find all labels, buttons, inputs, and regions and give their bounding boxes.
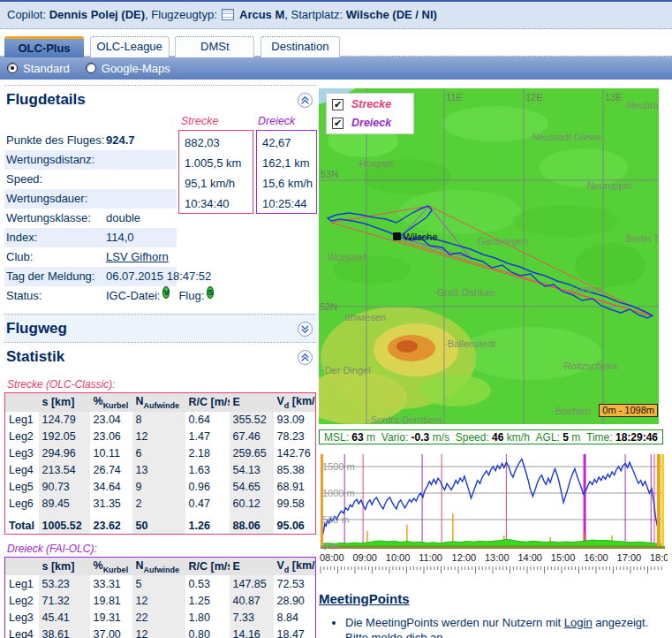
elevation-scale-badge: 0m - 1098m xyxy=(599,404,658,417)
olc-classic-caption: Strecke (OLC-Classic): xyxy=(7,378,316,391)
detail-label: Status: xyxy=(4,286,106,306)
table-header-row: s [km] %Kurbel NAufwinde R/C [m/s] E Vd … xyxy=(5,557,316,575)
dreieck-checkbox-row[interactable]: ✔ Dreieck xyxy=(332,117,408,129)
strecke-checkbox[interactable]: ✔ xyxy=(332,99,344,110)
map-view-toolbar: Standard Google-Maps xyxy=(0,57,672,80)
tab-olc-league[interactable]: OLC-League xyxy=(90,36,170,57)
detail-row: Status:IGC-Datei:VFlug:S xyxy=(4,286,177,306)
flight-detail-rows: Punkte des Fluges:924.7Wertungsdistanz:S… xyxy=(4,131,177,306)
radio-google-maps-icon[interactable] xyxy=(86,63,96,73)
detail-value: 15,6 km/h xyxy=(262,173,316,194)
flugweg-expand-button[interactable] xyxy=(298,322,313,337)
detail-row: Wertungsdistanz: xyxy=(4,150,177,170)
svg-text:·Sontra Dornberg: ·Sontra Dornberg xyxy=(367,414,442,424)
svg-text:10:00: 10:00 xyxy=(386,552,411,563)
flugweg-header: Flugweg xyxy=(4,314,316,342)
login-link[interactable]: Login xyxy=(564,616,593,629)
flugdetails-header: Flugdetails xyxy=(4,85,316,113)
statistik-header: Statistik xyxy=(4,342,316,370)
svg-text:1500 m: 1500 m xyxy=(322,461,355,472)
svg-text:52N: 52N xyxy=(320,301,337,312)
strecke-values-box: 882,031.005,5 km95,1 km/h10:34:40 xyxy=(178,130,253,214)
detail-value: 10:34:40 xyxy=(185,194,253,214)
table-row: Leg4213.5426.74131.6354.1385.38 xyxy=(5,462,316,479)
meetingpoints-title: MeetingPoints xyxy=(319,591,670,606)
statistik-title: Statistik xyxy=(6,348,64,366)
track-legend: ✔ Strecke ✔ Dreieck xyxy=(326,93,414,134)
strecke-checkbox-row[interactable]: ✔ Strecke xyxy=(332,98,408,110)
detail-value: 10:25:44 xyxy=(262,194,316,214)
table-row: Leg689.4531.3520.4760.1299.58 xyxy=(5,496,316,513)
dreieck-values-box: 42,67162,1 km15,6 km/h10:25:44 xyxy=(256,130,317,214)
detail-row: Club:LSV Gifhorn xyxy=(4,247,177,267)
fai-olc-table: s [km] %Kurbel NAufwinde R/C [m/s] E Vd … xyxy=(4,557,316,638)
svg-text:13:00: 13:00 xyxy=(485,552,510,563)
startplace-name: Wilsche (DE / NI) xyxy=(346,8,437,21)
radio-standard-icon[interactable] xyxy=(7,63,18,73)
detail-label: Wertungsdistanz: xyxy=(4,150,106,170)
svg-text:·Luesse: ·Luesse xyxy=(568,284,602,294)
svg-text:11E: 11E xyxy=(446,92,463,103)
detail-row: Speed: xyxy=(4,170,177,189)
tab-dmst[interactable]: DMSt xyxy=(175,36,254,57)
status-segment: Vario: -0.3 m/s xyxy=(381,431,449,444)
left-column: Flugdetails Strecke Dreieck 882,031.005,… xyxy=(4,85,316,638)
detail-value: 1.005,5 km xyxy=(185,153,253,173)
meetingpoints-section: MeetingPoints Die MeetingPoints werden n… xyxy=(319,591,670,638)
table-row: Leg345.4119.31221.807.338.84 xyxy=(5,609,316,626)
svg-text:12E: 12E xyxy=(525,92,543,103)
glidertype-name: Arcus M xyxy=(239,8,284,21)
flight-map[interactable]: 11E12E13E53N52NBoberg·Neubran·Neustadt G… xyxy=(319,88,659,424)
right-column: 11E12E13E53N52NBoberg·Neubran·Neustadt G… xyxy=(319,88,670,638)
table-row: Leg271.3219.81121.2540.8728.90 xyxy=(5,592,316,609)
detail-value: 924.7 xyxy=(106,131,135,150)
statistik-collapse-button[interactable] xyxy=(298,350,313,365)
svg-text:·Wunstorf: ·Wunstorf xyxy=(324,252,366,262)
detail-value: double xyxy=(106,209,140,228)
startplace-label: Startplatz: xyxy=(291,8,344,21)
svg-text:·Berlin Te: ·Berlin Te xyxy=(623,233,659,244)
radio-standard[interactable]: Standard xyxy=(7,62,70,75)
svg-text:11:00: 11:00 xyxy=(419,552,442,563)
fai-olc-caption: Dreieck (FAI-OLC): xyxy=(7,543,316,555)
svg-text:1000 m: 1000 m xyxy=(322,488,355,498)
svg-text:13E: 13E xyxy=(605,92,623,103)
svg-text:14:00: 14:00 xyxy=(517,552,542,563)
tab-destination[interactable]: Destination xyxy=(260,36,340,57)
status-segment: AGL: 5 m xyxy=(536,431,581,444)
svg-text:·Neuruppin: ·Neuruppin xyxy=(584,180,631,191)
table-row: Leg153.2333.3150.53147.8572.53 xyxy=(5,575,316,592)
detail-label: Speed: xyxy=(4,170,106,189)
detail-value: 06.07.2015 18:47:52 xyxy=(106,267,211,286)
flight-status-icon: S xyxy=(207,286,214,299)
tab-olc-plus[interactable]: OLC-Plus xyxy=(4,36,84,57)
svg-text:17:00: 17:00 xyxy=(617,552,642,563)
dreieck-checkbox[interactable]: ✔ xyxy=(332,118,344,129)
svg-text:·Der Dingel: ·Der Dingel xyxy=(321,365,371,376)
svg-text:08:00: 08:00 xyxy=(320,552,344,563)
svg-text:Wilsche: Wilsche xyxy=(404,232,438,242)
flugweg-title: Flugweg xyxy=(6,320,67,338)
svg-text:12:00: 12:00 xyxy=(452,552,477,563)
flight-info-bar: Copilot: Dennis Polej (DE), Flugzeugtyp:… xyxy=(0,0,672,29)
chevron-double-up-icon xyxy=(300,353,310,362)
detail-value: 42,67 xyxy=(262,133,316,153)
glidertype-label: Flugzeugtyp: xyxy=(151,8,216,21)
table-header-row: s [km] %Kurbel NAufwinde R/C [m/s] E Vd … xyxy=(5,393,316,412)
detail-label: Index: xyxy=(4,228,106,247)
svg-text:53N: 53N xyxy=(321,169,338,179)
svg-text:·Ithwiesen: ·Ithwiesen xyxy=(342,312,386,323)
status-segment: MSL: 63 m xyxy=(324,431,375,444)
table-row: Leg590.7334.6490.9654.6568.91 xyxy=(5,479,316,496)
flight-status-label: Flug: xyxy=(178,286,204,306)
radio-google-maps[interactable]: Google-Maps xyxy=(86,62,170,75)
glider-list-icon[interactable] xyxy=(222,9,234,20)
detail-label: Wertungsklasse: xyxy=(4,209,106,228)
tab-bar: OLC-Plus OLC-League DMSt Destination xyxy=(0,29,672,57)
detail-row: Wertungsdauer: xyxy=(4,189,177,209)
table-row: Leg2192.0523.06121.4767.4678.23 xyxy=(5,429,316,445)
detail-label: Punkte des Fluges: xyxy=(4,131,106,150)
table-row: Leg3294.9610.1162.18259.65142.76 xyxy=(5,445,316,462)
flugdetails-collapse-button[interactable] xyxy=(298,93,313,108)
club-link[interactable]: LSV Gifhorn xyxy=(106,247,169,267)
